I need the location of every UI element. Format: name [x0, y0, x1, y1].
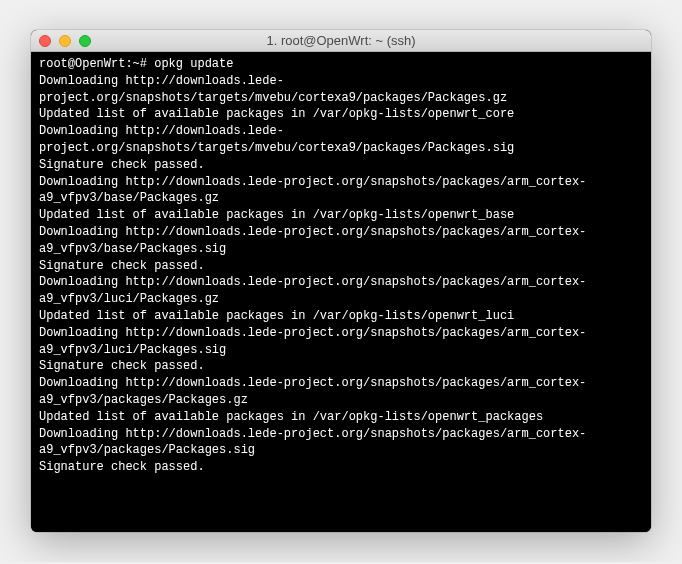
traffic-lights	[39, 35, 91, 47]
prompt: root@OpenWrt:~#	[39, 57, 154, 71]
terminal-line: Signature check passed.	[39, 459, 643, 476]
terminal-line: Updated list of available packages in /v…	[39, 207, 643, 224]
terminal-line: Downloading http://downloads.lede-projec…	[39, 426, 643, 460]
terminal-line: Downloading http://downloads.lede-projec…	[39, 174, 643, 208]
terminal-line: Updated list of available packages in /v…	[39, 308, 643, 325]
terminal-line: Downloading http://downloads.lede-projec…	[39, 325, 643, 359]
maximize-button[interactable]	[79, 35, 91, 47]
minimize-button[interactable]	[59, 35, 71, 47]
terminal-line: Downloading http://downloads.lede-projec…	[39, 123, 643, 157]
window-title: 1. root@OpenWrt: ~ (ssh)	[31, 33, 651, 48]
terminal-line: Downloading http://downloads.lede-projec…	[39, 73, 643, 107]
terminal-line: Signature check passed.	[39, 358, 643, 375]
terminal-line: Updated list of available packages in /v…	[39, 106, 643, 123]
terminal-body[interactable]: root@OpenWrt:~# opkg updateDownloading h…	[31, 52, 651, 532]
terminal-line: Updated list of available packages in /v…	[39, 409, 643, 426]
titlebar[interactable]: 1. root@OpenWrt: ~ (ssh)	[31, 30, 651, 52]
terminal-line: Signature check passed.	[39, 157, 643, 174]
prompt-line: root@OpenWrt:~# opkg update	[39, 56, 643, 73]
terminal-output: Downloading http://downloads.lede-projec…	[39, 73, 643, 476]
terminal-line: Downloading http://downloads.lede-projec…	[39, 375, 643, 409]
command: opkg update	[154, 57, 233, 71]
terminal-line: Signature check passed.	[39, 258, 643, 275]
terminal-line: Downloading http://downloads.lede-projec…	[39, 274, 643, 308]
terminal-window: 1. root@OpenWrt: ~ (ssh) root@OpenWrt:~#…	[31, 30, 651, 532]
close-button[interactable]	[39, 35, 51, 47]
terminal-line: Downloading http://downloads.lede-projec…	[39, 224, 643, 258]
